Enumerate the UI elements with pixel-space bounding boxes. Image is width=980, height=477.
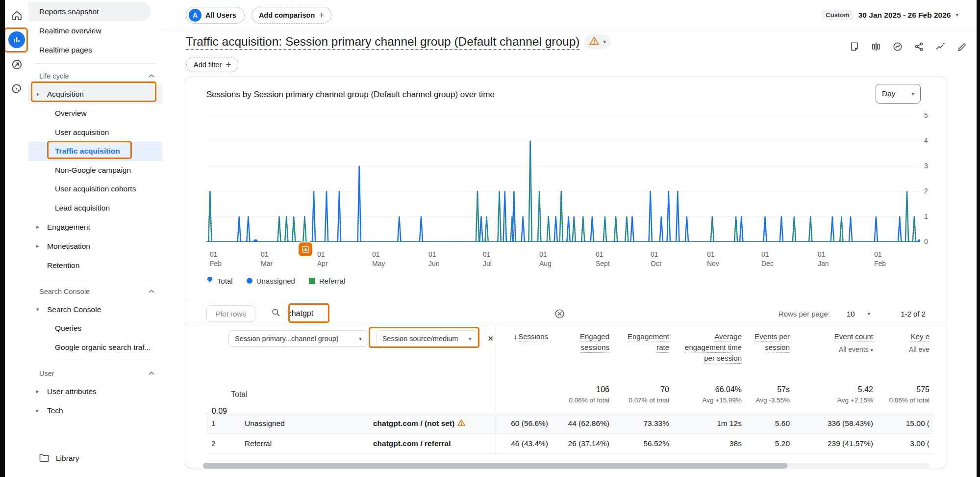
chevron-down-icon[interactable]: ▾ — [868, 311, 871, 317]
sidebar-item-monetisation[interactable]: ▸ Monetisation — [28, 237, 162, 256]
rows-per-page-label: Rows per page: — [779, 310, 830, 318]
event-count-filter-dropdown[interactable]: All events ▾ — [794, 344, 873, 355]
remove-dimension-icon[interactable]: ✕ — [485, 332, 496, 345]
triangle-right-icon: ▸ — [36, 388, 47, 395]
comparison-panel-icon[interactable] — [871, 41, 881, 52]
sidebar-item-label: Engagement — [47, 223, 90, 232]
source-medium-cell: chatgpt.com / referral — [373, 439, 496, 448]
legend-item-total[interactable]: Total — [206, 276, 233, 285]
sidebar-item-label: Acquisition — [47, 90, 84, 99]
sidebar-item-user-acquisition-cohorts[interactable]: User acquisition cohorts — [28, 180, 162, 199]
add-filter-button[interactable]: Add filter + — [186, 57, 238, 72]
section-label-text: Life cycle — [39, 72, 69, 80]
column-header-key-events[interactable]: Key eAll eve — [877, 325, 933, 355]
y-axis-tick: 4 — [924, 136, 939, 144]
rows-per-page-select[interactable]: 10 — [847, 310, 855, 318]
sidebar-item-search-console[interactable]: ▾ Search Console — [28, 300, 162, 319]
sessions-cell: 60 (56.6%) — [496, 419, 552, 428]
column-header-sessions[interactable]: ↓Sessions — [496, 325, 552, 342]
add-comparison-button[interactable]: Add comparison + — [251, 7, 332, 24]
triangle-right-icon: ▸ — [36, 407, 47, 414]
sidebar-item-non-google-campaign[interactable]: Non-Google campaign — [28, 161, 162, 180]
table-total-row: Total 1060.06% of total 700.07% of total… — [206, 382, 933, 413]
granularity-value: Day — [882, 89, 896, 98]
sidebar-item-user-attributes[interactable]: ▸ User attributes — [28, 382, 162, 401]
legend-item-unassigned[interactable]: Unassigned — [247, 277, 295, 285]
legend-label: Unassigned — [256, 277, 295, 285]
sidebar-item-realtime-pages[interactable]: Realtime pages — [28, 40, 162, 59]
explore-icon[interactable] — [5, 52, 28, 77]
add-comparison-label: Add comparison — [259, 11, 315, 19]
data-point-marker — [918, 239, 920, 242]
section-life-cycle[interactable]: Life cycle — [28, 68, 162, 84]
key-events-filter-dropdown[interactable]: All eve — [877, 344, 930, 355]
sidebar-item-label: User acquisition cohorts — [55, 185, 136, 193]
column-header-engagement-rate[interactable]: Engagement rate — [613, 325, 673, 353]
primary-dimension-dropdown[interactable]: Session primary...channel group) ▾ — [228, 330, 368, 347]
dimension-label: Session source/medium — [382, 335, 458, 343]
sidebar-item-traffic-acquisition[interactable]: Traffic acquisition — [28, 142, 162, 161]
advertising-icon[interactable] — [5, 77, 28, 101]
x-axis-tick: 01Dec — [761, 250, 774, 268]
sidebar-divider — [34, 279, 156, 279]
granularity-dropdown[interactable]: Day ▾ — [876, 84, 921, 104]
share-icon[interactable] — [914, 41, 925, 52]
total-engaged-sessions: 700.07% of total — [613, 382, 673, 404]
reports-icon[interactable] — [5, 27, 28, 52]
sidebar-divider — [34, 361, 156, 361]
x-axis-tick: 01Sept — [596, 250, 610, 268]
sessions-cell: 46 (43.4%) — [496, 439, 552, 448]
sidebar-item-label: Realtime overview — [39, 26, 101, 35]
section-search-console[interactable]: Search Console — [28, 283, 162, 300]
sidebar-item-lead-acquisition[interactable]: Lead acquisition — [28, 199, 162, 218]
secondary-dimension-dropdown[interactable]: Session source/medium ▾ — [376, 330, 478, 347]
traffic-acquisition-card: Sessions by Session primary channel grou… — [185, 77, 947, 468]
sidebar-item-queries[interactable]: Queries — [28, 319, 162, 338]
insights-icon[interactable] — [892, 41, 903, 52]
avg-engagement-time-cell: 1m 12s — [673, 419, 746, 428]
folder-icon — [39, 453, 49, 464]
sidebar-item-label: Search Console — [47, 305, 101, 314]
x-axis-tick: 01Jun — [428, 250, 440, 268]
annotation-chart-badge-icon — [299, 242, 312, 256]
report-nav-sidebar: Reports snapshot Realtime overview Realt… — [28, 0, 162, 477]
edit-report-icon[interactable] — [957, 41, 968, 52]
x-axis-tick: 01Jul — [483, 250, 492, 268]
chevron-up-icon — [149, 290, 154, 293]
home-icon[interactable] — [5, 3, 28, 27]
sidebar-item-overview[interactable]: Overview — [28, 104, 162, 123]
sidebar-item-google-organic-search[interactable]: Google organic search traf... — [28, 338, 162, 357]
sidebar-item-user-acquisition[interactable]: User acquisition — [28, 123, 162, 142]
x-axis-tick: 01Jan — [818, 250, 829, 268]
sidebar-item-label: Reports snapshot — [39, 7, 99, 16]
row-number: 1 — [206, 419, 231, 428]
column-header-event-count[interactable]: Event countAll events ▾ — [794, 325, 877, 355]
sidebar-item-engagement[interactable]: ▸ Engagement — [28, 217, 162, 237]
date-range-selector[interactable]: Custom 30 Jan 2025 - 26 Feb 2026 ▾ — [822, 10, 958, 20]
sidebar-item-label: User acquisition — [55, 128, 109, 137]
engagement-rate-cell: 73.33% — [613, 419, 673, 428]
column-header-events-per-session[interactable]: Events per session — [746, 325, 794, 353]
sidebar-item-realtime-overview[interactable]: Realtime overview — [28, 21, 162, 40]
unassigned-circle-swatch — [247, 278, 252, 284]
sidebar-item-library[interactable]: Library — [28, 449, 162, 468]
plot-rows-button[interactable]: Plot rows — [206, 305, 255, 322]
all-users-segment-chip[interactable]: A All Users — [186, 7, 245, 24]
trend-insights-icon[interactable] — [935, 41, 946, 52]
triangle-down-icon: ▾ — [36, 306, 47, 313]
table-search-input[interactable]: chatgpt — [288, 309, 313, 318]
total-label: Total — [231, 382, 496, 399]
column-header-avg-engagement-time[interactable]: Average engagement time per session — [673, 325, 746, 364]
scrollbar-thumb[interactable] — [203, 463, 787, 469]
plus-icon: + — [226, 59, 231, 70]
report-warning-menu[interactable]: ▾ — [584, 34, 611, 49]
clear-search-icon[interactable] — [554, 308, 565, 319]
sidebar-item-retention[interactable]: Retention — [28, 256, 162, 275]
sidebar-item-acquisition[interactable]: ▾ Acquisition — [28, 84, 162, 104]
section-user[interactable]: User — [28, 365, 162, 382]
sidebar-item-tech[interactable]: ▸ Tech — [28, 401, 162, 420]
page-notes-icon[interactable] — [849, 41, 860, 52]
legend-item-referral[interactable]: Referral — [309, 277, 345, 285]
sidebar-item-reports-snapshot[interactable]: Reports snapshot — [28, 2, 151, 21]
column-header-engaged-sessions[interactable]: Engaged sessions — [552, 325, 613, 353]
